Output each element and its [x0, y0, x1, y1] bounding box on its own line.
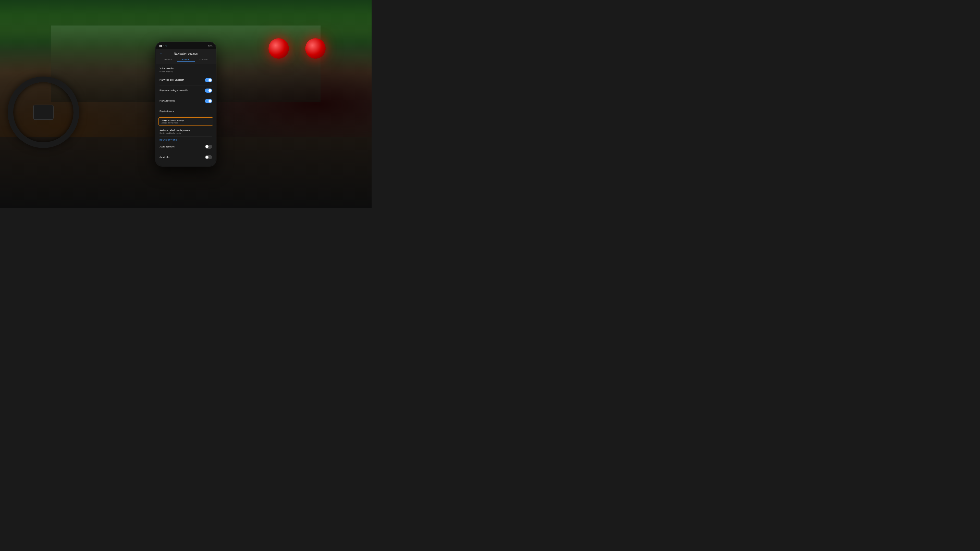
settings-list: Voice selection Default (English) Play v…: [156, 64, 216, 160]
setting-text: Avoid highways: [159, 145, 205, 148]
setting-play-voice-calls[interactable]: Play voice during phone calls: [156, 86, 216, 95]
setting-label: Play voice during phone calls: [159, 89, 205, 92]
setting-text: Play voice during phone calls: [159, 89, 205, 92]
left-status-icons: ▌▌▌ ▲ 🐦: [159, 45, 167, 47]
divider: [159, 126, 212, 126]
divider: [159, 106, 212, 106]
traffic-light-left: [269, 38, 289, 59]
setting-label: Play test sound: [159, 110, 212, 113]
setting-label: Play audio cues: [159, 100, 205, 102]
back-button[interactable]: ←: [159, 52, 162, 56]
setting-label: Play voice over Bluetooth: [159, 79, 205, 81]
setting-voice-selection[interactable]: Voice selection Default (English): [156, 65, 216, 74]
phone-device: ▌▌▌ ▲ 🐦 12:41 ← Navigation settings SOFT…: [155, 41, 216, 167]
setting-play-audio-cues[interactable]: Play audio cues: [156, 97, 216, 106]
setting-text: Avoid tolls: [159, 156, 205, 159]
clock: 12:41: [208, 45, 213, 47]
nav-header: ← Navigation settings: [156, 49, 216, 57]
smartphone: ▌▌▌ ▲ 🐦 12:41 ← Navigation settings SOFT…: [155, 41, 216, 167]
steering-wheel-center: [33, 105, 54, 120]
steering-wheel: [8, 76, 79, 148]
setting-google-assistant[interactable]: Google Assistant settings Manage driving…: [159, 118, 213, 125]
setting-label: Avoid tolls: [159, 156, 205, 159]
twitter-icon: 🐦: [165, 45, 167, 47]
setting-avoid-tolls[interactable]: Avoid tolls: [156, 152, 216, 160]
tab-louder[interactable]: LOUDER: [195, 57, 213, 62]
phone-screen: ← Navigation settings SOFTER NORMAL LOUD…: [156, 49, 216, 166]
toggle-avoid-highways[interactable]: [205, 144, 212, 149]
setting-text: Play audio cues: [159, 100, 205, 102]
tab-softer[interactable]: SOFTER: [159, 57, 177, 62]
traffic-lights: [261, 38, 333, 60]
setting-text: Play test sound: [159, 110, 212, 113]
setting-label: Google Assistant settings: [161, 119, 211, 122]
status-bar: ▌▌▌ ▲ 🐦 12:41: [156, 42, 216, 49]
setting-sublabel: Manage driving mode: [161, 122, 211, 124]
toggle-play-voice-bluetooth[interactable]: [205, 78, 212, 82]
wifi-icon: ▲: [163, 45, 165, 46]
setting-play-voice-bluetooth[interactable]: Play voice over Bluetooth: [156, 76, 216, 85]
tab-normal[interactable]: NORMAL: [177, 57, 195, 62]
setting-text: Voice selection Default (English): [159, 67, 212, 72]
setting-sublabel: Service used to play music: [159, 132, 212, 134]
volume-tabs: SOFTER NORMAL LOUDER: [156, 57, 216, 64]
setting-assistant-media[interactable]: Assistant default media provider Service…: [156, 127, 216, 136]
setting-label: Avoid highways: [159, 145, 205, 148]
signal-icon: ▌▌▌: [159, 45, 162, 46]
divider: [159, 152, 212, 152]
divider: [159, 85, 212, 86]
setting-text: Play voice over Bluetooth: [159, 79, 205, 81]
setting-sublabel: Default (English): [159, 70, 212, 72]
page-title: Navigation settings: [165, 52, 207, 55]
setting-play-test-sound[interactable]: Play test sound: [156, 107, 216, 116]
toggle-play-voice-calls[interactable]: [205, 89, 212, 93]
setting-label: Assistant default media provider: [159, 129, 212, 132]
divider: [159, 137, 212, 137]
setting-text: Assistant default media provider Service…: [159, 129, 212, 134]
traffic-light-right: [305, 38, 326, 59]
toggle-play-audio-cues[interactable]: [205, 99, 212, 103]
route-options-header: Route options: [156, 137, 216, 142]
setting-label: Voice selection: [159, 67, 212, 70]
toggle-avoid-tolls[interactable]: [205, 155, 212, 159]
setting-avoid-highways[interactable]: Avoid highways: [156, 142, 216, 151]
